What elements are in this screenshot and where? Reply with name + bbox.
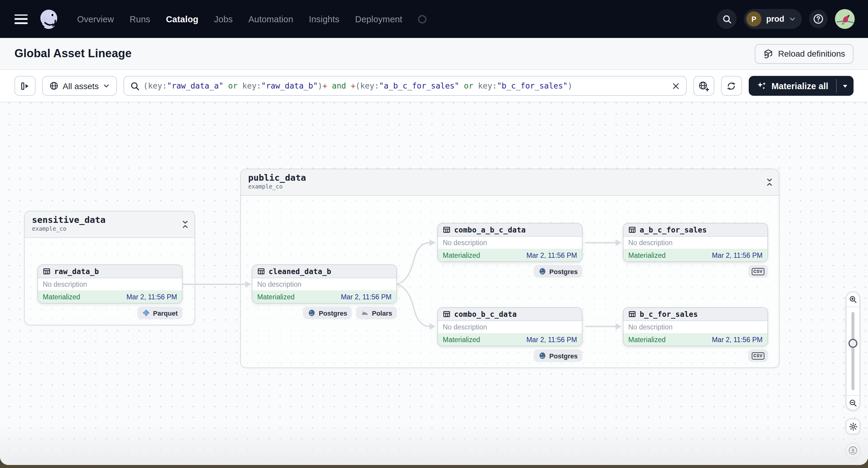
asset-node-header: combo_b_c_data [438,308,582,321]
nav-item-insights[interactable]: Insights [309,14,340,24]
status-badge: Materialized [628,336,665,343]
asset-node-header: combo_a_b_c_data [438,223,582,237]
asset-status-row: Materialized Mar 2, 11:56 PM [623,333,767,346]
group-header[interactable]: public_data example_co [241,169,779,196]
zoom-slider-handle[interactable] [848,339,858,348]
asset-node-header: b_c_for_sales [623,308,767,321]
graph-settings-button[interactable] [846,418,860,434]
gear-icon [848,422,858,431]
asset-name: b_c_for_sales [640,310,698,318]
polars-badge: Polars [356,307,397,319]
new-catalog-view-button[interactable] [693,76,714,96]
status-badge: Materialized [628,251,665,259]
dagster-logo-icon[interactable] [37,7,61,31]
nav-item-catalog[interactable]: Catalog [166,14,198,24]
group-header[interactable]: sensitive_data example_co [25,211,194,238]
asset-status-row: Materialized Mar 2, 11:56 PM [438,333,582,346]
table-icon [257,268,265,275]
page-title: Global Asset Lineage [14,47,132,60]
nav-item-overview[interactable]: Overview [77,14,114,24]
materialization-timestamp: Mar 2, 11:56 PM [712,336,763,343]
csv-icon: CSV [751,268,765,275]
postgres-badge: Postgres [534,349,583,362]
status-badge: Materialized [443,251,480,259]
download-image-button[interactable] [846,443,860,458]
asset-node-cleaned-data-b[interactable]: cleaned_data_b No description Materializ… [252,264,397,304]
asset-status-row: Materialized Mar 2, 11:56 PM [38,290,182,303]
polars-icon [361,309,369,317]
parquet-badge: Parquet [137,307,183,319]
chevron-down-icon [789,15,796,22]
user-avatar[interactable] [835,9,855,29]
asset-description: No description [252,278,396,290]
asset-selection-input[interactable]: (key:"raw_data_a" or key:"raw_data_b")+ … [123,76,687,96]
materialize-options-caret[interactable] [837,76,854,96]
collapse-group-icon[interactable] [182,220,189,228]
zoom-in-button[interactable] [846,292,860,307]
postgres-badge: Postgres [303,307,352,319]
zoom-controls [846,291,860,411]
zoom-slider-track[interactable] [851,312,855,390]
panel-toggle-icon [20,81,30,91]
app-root: Overview Runs Catalog Jobs Automation In… [0,0,868,468]
nav-item-runs[interactable]: Runs [129,14,150,24]
badge-row: Postgres [437,265,583,278]
badge-row: Postgres [437,349,583,362]
refresh-graph-button[interactable] [721,76,742,96]
asset-node-raw-data-b[interactable]: raw_data_b No description Materialized M… [37,264,183,304]
zoom-in-icon [849,295,857,304]
materialization-timestamp: Mar 2, 11:56 PM [341,293,392,300]
asset-name: cleaned_data_b [269,267,331,276]
open-asset-panel-button[interactable] [14,76,35,96]
help-icon [813,13,824,25]
status-badge: Materialized [443,336,480,343]
group-name: sensitive_data [32,214,187,225]
materialization-timestamp: Mar 2, 11:56 PM [126,293,177,300]
help-button[interactable] [809,10,828,28]
globe-icon [50,81,58,90]
asset-status-row: Materialized Mar 2, 11:56 PM [252,290,396,303]
table-icon [43,268,51,275]
asset-node-header: a_b_c_for_sales [623,223,767,237]
asset-node-header: raw_data_b [38,265,182,278]
asset-node-a-b-c-for-sales[interactable]: a_b_c_for_sales No description Materiali… [623,223,768,262]
asset-description: No description [623,321,767,333]
materialization-timestamp: Mar 2, 11:56 PM [526,251,577,259]
asset-node-combo-b-c-data[interactable]: combo_b_c_data No description Materializ… [437,307,583,346]
nav-item-deployment[interactable]: Deployment [355,14,402,24]
status-badge: Materialized [257,293,294,300]
badge-row: CSV [623,349,768,362]
collapse-group-icon[interactable] [766,178,773,186]
asset-node-combo-a-b-c-data[interactable]: combo_a_b_c_data No description Material… [437,223,583,262]
nav-item-jobs[interactable]: Jobs [214,14,233,24]
table-icon [628,310,636,318]
csv-badge: CSV [748,349,768,362]
nav-item-automation[interactable]: Automation [248,14,293,24]
zoom-slider[interactable] [846,307,860,396]
group-location: example_co [32,225,187,232]
parquet-icon [142,309,150,317]
asset-node-b-c-for-sales[interactable]: b_c_for_sales No description Materialize… [623,307,768,346]
materialize-all-main[interactable]: Materialize all [748,76,836,96]
loading-spinner-icon [418,15,427,23]
asset-name: combo_a_b_c_data [454,225,526,234]
zoom-out-button[interactable] [846,396,860,410]
nav-right: P prod [717,9,855,29]
asset-scope-dropdown[interactable]: All assets [42,76,117,96]
group-name: public_data [248,172,772,183]
page-content: Global Asset Lineage Reload definitions [0,38,868,465]
search-button[interactable] [717,9,737,29]
badge-row: Postgres Polars [252,307,397,319]
csv-badge: CSV [748,265,768,278]
reload-definitions-button[interactable]: Reload definitions [754,44,854,64]
refresh-icon [726,81,736,91]
page-header: Global Asset Lineage Reload definitions [0,38,868,70]
clear-query-icon[interactable] [671,81,680,91]
materialize-all-button[interactable]: Materialize all [748,76,854,96]
status-badge: Materialized [43,293,80,300]
lineage-toolbar: All assets (key:"raw_data_a" or key:"raw… [0,70,868,102]
menu-icon[interactable] [14,14,28,24]
table-icon [443,310,451,318]
lineage-canvas[interactable]: public_data example_co sensitive_data ex… [0,102,868,465]
environment-switcher[interactable]: P prod [744,9,802,29]
